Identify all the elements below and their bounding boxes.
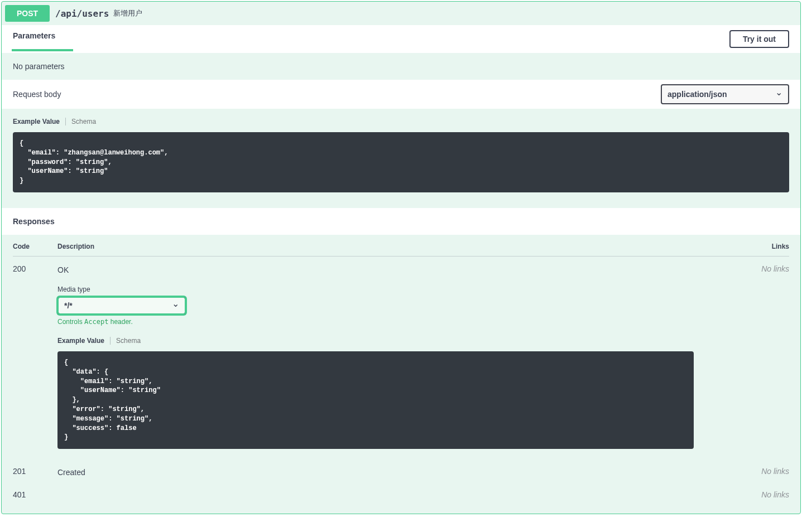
media-type-label: Media type bbox=[57, 286, 750, 293]
response-row: 201 Created No links bbox=[13, 459, 789, 482]
response-code: 401 bbox=[13, 490, 57, 499]
responses-table: Code Description Links 200 OK Media type… bbox=[2, 235, 800, 514]
col-links: Links bbox=[750, 243, 789, 250]
response-links: No links bbox=[750, 467, 789, 479]
response-code: 200 bbox=[13, 264, 57, 456]
response-description: Created bbox=[57, 468, 750, 477]
operation-summary[interactable]: POST /api/users 新增用户 bbox=[2, 2, 800, 25]
request-body-example[interactable]: { "email": "zhangsan@lanweihong.com", "p… bbox=[13, 132, 789, 192]
tab-example-value[interactable]: Example Value bbox=[57, 337, 111, 345]
tab-example-value[interactable]: Example Value bbox=[13, 118, 66, 125]
col-code: Code bbox=[13, 243, 57, 250]
response-description-cell: Created bbox=[57, 467, 750, 479]
response-description-cell: OK Media type */* Controls Accept header… bbox=[57, 264, 750, 456]
response-body-example[interactable]: { "data": { "email": "string", "userName… bbox=[57, 351, 694, 449]
hint-accept: Accept bbox=[84, 318, 108, 326]
parameters-body: No parameters bbox=[2, 53, 800, 80]
hint-prefix: Controls bbox=[57, 318, 84, 326]
media-type-select-wrap: */* bbox=[57, 297, 186, 315]
tab-schema[interactable]: Schema bbox=[66, 118, 96, 125]
response-description-cell bbox=[57, 490, 750, 499]
response-links: No links bbox=[750, 264, 789, 456]
response-description: OK bbox=[57, 265, 750, 274]
col-description: Description bbox=[57, 243, 750, 250]
parameters-header: Parameters Try it out bbox=[2, 25, 800, 53]
endpoint-description: 新增用户 bbox=[113, 8, 142, 18]
no-parameters-text: No parameters bbox=[13, 62, 789, 71]
response-row: 200 OK Media type */* Controls Accept he… bbox=[13, 257, 789, 459]
response-row: 401 No links bbox=[13, 482, 789, 502]
operation-block: POST /api/users 新增用户 Parameters Try it o… bbox=[1, 1, 801, 514]
content-type-select-wrap: application/json bbox=[661, 84, 789, 104]
response-code: 201 bbox=[13, 467, 57, 479]
request-body-section: Example Value Schema { "email": "zhangsa… bbox=[2, 109, 800, 208]
body-tabs: Example Value Schema bbox=[13, 118, 789, 125]
request-body-heading: Request body bbox=[13, 90, 61, 99]
request-body-header: Request body application/json bbox=[2, 80, 800, 109]
responses-columns-row: Code Description Links bbox=[13, 235, 789, 257]
responses-heading: Responses bbox=[13, 217, 789, 226]
content-type-select[interactable]: application/json bbox=[661, 84, 789, 104]
parameters-heading: Parameters bbox=[13, 31, 55, 47]
response-body-tabs: Example Value Schema bbox=[57, 337, 750, 345]
media-type-select[interactable]: */* bbox=[57, 297, 186, 315]
tab-schema[interactable]: Schema bbox=[111, 337, 141, 345]
responses-header: Responses bbox=[2, 208, 800, 235]
accept-header-hint: Controls Accept header. bbox=[57, 318, 750, 326]
response-links: No links bbox=[750, 490, 789, 499]
http-method-badge: POST bbox=[5, 5, 50, 22]
endpoint-path: /api/users bbox=[55, 8, 109, 19]
try-it-out-button[interactable]: Try it out bbox=[729, 30, 789, 48]
hint-suffix: header. bbox=[108, 318, 132, 326]
